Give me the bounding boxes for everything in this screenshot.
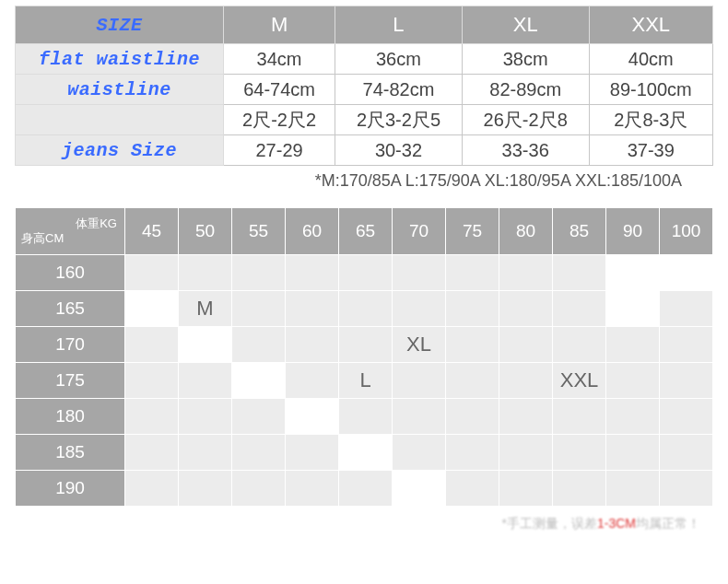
- grid-cell: [286, 255, 339, 291]
- footer-prefix: *手工测量，误差: [502, 516, 597, 531]
- cell: 38cm: [462, 44, 589, 75]
- size-region-label-L: L: [339, 363, 393, 399]
- grid-cell: [339, 435, 393, 471]
- cell: 30-32: [335, 135, 463, 166]
- grid-cell: [553, 435, 606, 471]
- weight-col: 55: [232, 208, 286, 255]
- cell: 26尺-2尺8: [462, 105, 589, 135]
- cell: 74-82cm: [335, 75, 463, 105]
- grid-cell: [499, 255, 553, 291]
- grid-cell: [446, 327, 499, 363]
- grid-cell: [446, 363, 499, 399]
- grid-cell: [286, 291, 339, 327]
- col-L: L: [335, 6, 463, 44]
- cell: 33-36: [462, 135, 589, 166]
- height-row: 170: [16, 327, 125, 363]
- weight-col: 50: [179, 208, 232, 255]
- size-note: *M:170/85A L:175/90A XL:180/95A XXL:185/…: [0, 171, 710, 191]
- grid-cell: [606, 435, 660, 471]
- weight-col: 90: [606, 208, 660, 255]
- grid-cell: [660, 327, 713, 363]
- row-label: jeans Size: [16, 135, 224, 166]
- size-table: SIZE M L XL XXL flat waistline34cm36cm38…: [15, 6, 713, 166]
- cell: 2尺3-2尺5: [335, 105, 463, 135]
- grid-cell: [499, 399, 553, 435]
- height-row: 180: [16, 399, 125, 435]
- height-axis-label: 身高CM: [19, 231, 121, 246]
- weight-col: 60: [286, 208, 339, 255]
- grid-cell: [660, 291, 713, 327]
- grid-cell: [286, 435, 339, 471]
- grid-cell: [179, 327, 232, 363]
- size-header-label: SIZE: [16, 6, 224, 44]
- grid-cell: [393, 435, 446, 471]
- grid-cell: [286, 363, 339, 399]
- size-region-label-XL: XL: [393, 327, 446, 363]
- weight-col: 70: [393, 208, 446, 255]
- footer-red: 1-3CM: [597, 516, 636, 531]
- table-row: jeans Size27-2930-3233-3637-39: [16, 135, 713, 166]
- cell: 34cm: [224, 44, 335, 75]
- height-row: 160: [16, 255, 125, 291]
- cell: 37-39: [589, 135, 712, 166]
- grid-cell: [446, 435, 499, 471]
- row-label: flat waistline: [16, 44, 224, 75]
- grid-cell: [393, 291, 446, 327]
- footer-note: *手工测量，误差1-3CM均属正常！: [0, 512, 728, 538]
- table-row: waistline64-74cm74-82cm82-89cm89-100cm: [16, 75, 713, 105]
- weight-col: 85: [553, 208, 606, 255]
- height-row: 190: [16, 471, 125, 507]
- weight-col: 65: [339, 208, 393, 255]
- grid-cell: [125, 363, 179, 399]
- grid-cell: [606, 255, 660, 291]
- grid-cell: [179, 255, 232, 291]
- weight-col: 100: [660, 208, 713, 255]
- grid-cell: [660, 255, 713, 291]
- table-row: 2尺-2尺22尺3-2尺526尺-2尺82尺8-3尺: [16, 105, 713, 135]
- grid-cell: [125, 327, 179, 363]
- grid-cell: [446, 471, 499, 507]
- grid-cell: [125, 435, 179, 471]
- weight-col: 80: [499, 208, 553, 255]
- col-XXL: XXL: [589, 6, 712, 44]
- weight-axis-label: 体重KG: [19, 216, 121, 231]
- grid-cell: [232, 363, 286, 399]
- grid-cell: [660, 471, 713, 507]
- grid-cell: [606, 363, 660, 399]
- grid-cell: [553, 327, 606, 363]
- cell: 89-100cm: [589, 75, 712, 105]
- height-weight-grid: 体重KG身高CM45505560657075808590100160165M17…: [15, 207, 713, 507]
- grid-cell: [499, 471, 553, 507]
- grid-cell: [499, 327, 553, 363]
- col-XL: XL: [462, 6, 589, 44]
- grid-cell: [125, 291, 179, 327]
- grid-cell: [339, 471, 393, 507]
- row-label: waistline: [16, 75, 224, 105]
- grid-cell: [179, 471, 232, 507]
- grid-cell: [339, 255, 393, 291]
- grid-cell: [393, 471, 446, 507]
- size-region-label-M: M: [179, 291, 232, 327]
- grid-cell: [660, 435, 713, 471]
- cell: 2尺-2尺2: [224, 105, 335, 135]
- row-label: [16, 105, 224, 135]
- grid-cell: [339, 399, 393, 435]
- weight-col: 75: [446, 208, 499, 255]
- grid-cell: [339, 291, 393, 327]
- size-region-label-XXL: XXL: [553, 363, 606, 399]
- grid-cell: [393, 399, 446, 435]
- grid-cell: [286, 471, 339, 507]
- grid-cell: [606, 399, 660, 435]
- height-row: 175: [16, 363, 125, 399]
- cell: 36cm: [335, 44, 463, 75]
- height-row: 165: [16, 291, 125, 327]
- grid-cell: [125, 471, 179, 507]
- grid-cell: [232, 291, 286, 327]
- grid-cell: [553, 291, 606, 327]
- grid-cell: [553, 255, 606, 291]
- grid-cell: [553, 471, 606, 507]
- cell: 2尺8-3尺: [589, 105, 712, 135]
- col-M: M: [224, 6, 335, 44]
- grid-cell: [446, 291, 499, 327]
- grid-cell: [499, 435, 553, 471]
